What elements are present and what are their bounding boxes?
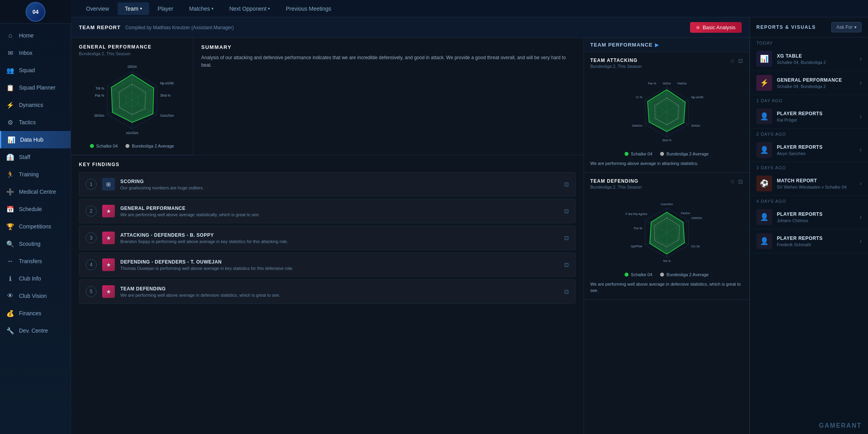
finding-text-2: GENERAL PERFORMANCE We are performing we… (120, 206, 559, 217)
report-arrow[interactable]: › (860, 213, 862, 221)
top-nav-item-matches[interactable]: Matches▾ (182, 2, 221, 15)
finding-expand-1[interactable]: ⊡ (564, 181, 569, 187)
top-nav-item-overview[interactable]: Overview (79, 2, 116, 15)
expand-icon-defending[interactable]: ⊡ (738, 178, 743, 185)
sidebar-item-label: Squad (19, 67, 35, 73)
sidebar-item-dev-centre[interactable]: 🔧 Dev. Centre (0, 322, 71, 339)
report-info: GENERAL PERFORMANCE Schalke 04, Bundesli… (777, 77, 855, 89)
report-arrow[interactable]: › (860, 180, 862, 187)
basic-analysis-button[interactable]: Basic Analysis (690, 22, 742, 33)
top-nav-item-previous-meetings[interactable]: Previous Meetings (279, 2, 338, 15)
team-defending-note: We are performing well above average in … (590, 281, 743, 294)
report-arrow[interactable]: › (860, 55, 862, 62)
sidebar-item-competitions[interactable]: 🏆 Competitions (0, 218, 71, 235)
data-hub-icon: 📊 (7, 136, 15, 144)
sidebar-item-club-vision[interactable]: 👁 Club Vision (0, 287, 71, 305)
sidebar-item-inbox[interactable]: ✉ Inbox (0, 44, 71, 62)
svg-text:Shot %: Shot % (160, 94, 170, 97)
star-icon-attacking[interactable]: ☆ (730, 58, 735, 64)
svg-text:Conc/Gm: Conc/Gm (160, 114, 174, 118)
report-item-match[interactable]: ⚽ MATCH REPORT SV Wehen Wiesbaden v Scha… (750, 172, 868, 196)
panels-row: GENERAL PERFORMANCE Bundesliga 2, This S… (71, 38, 750, 434)
ask-for-button[interactable]: Ask For ▾ (831, 22, 862, 32)
report-arrow[interactable]: › (860, 113, 862, 120)
svg-text:Psn W: Psn W (634, 226, 642, 230)
report-arrow[interactable]: › (860, 79, 862, 86)
finding-expand-2[interactable]: ⊡ (564, 208, 569, 214)
star-icon-defending[interactable]: ☆ (730, 178, 735, 185)
finding-item-4[interactable]: 4 ★ DEFENDING - DEFENDERS - T. OUWEJAN T… (79, 253, 576, 277)
svg-text:Shot %: Shot % (662, 138, 672, 142)
sidebar-item-finances[interactable]: 💰 Finances (0, 305, 71, 322)
team-performance-header: TEAM PERFORMANCE ▶ (584, 38, 749, 52)
team-attacking-section: TEAM ATTACKING Bundesliga 2, This Season… (584, 52, 749, 173)
club-vision-icon: 👁 (6, 292, 14, 300)
report-thumb: ⚡ (756, 75, 772, 91)
top-nav-item-next-opponent[interactable]: Next Opponent▾ (222, 2, 277, 15)
svg-text:Pas %: Pas % (95, 94, 104, 97)
sidebar-item-transfers[interactable]: ↔ Transfers (0, 253, 71, 270)
summary-section: SUMMARY Analysis of our attacking and de… (193, 38, 584, 155)
svg-text:Fls/Gm: Fls/Gm (681, 211, 690, 215)
report-item-player[interactable]: 👤 PLAYER REPORTS Alvyn Sanches › (750, 138, 868, 162)
report-item-general[interactable]: ⚡ GENERAL PERFORMANCE Schalke 04, Bundes… (750, 71, 868, 95)
report-thumb: 👤 (756, 108, 772, 124)
sidebar-item-club-info[interactable]: ℹ Club Info (0, 270, 71, 287)
top-nav-item-player[interactable]: Player (151, 2, 181, 15)
gamerant-logo: GAMERANT (750, 417, 868, 434)
finding-icon-4: ★ (102, 258, 115, 271)
sidebar-item-medical[interactable]: ➕ Medical Centre (0, 183, 71, 200)
finding-number-1: 1 (86, 179, 97, 190)
report-thumb: 👤 (756, 209, 772, 225)
finding-expand-5[interactable]: ⊡ (564, 288, 569, 295)
sidebar-item-scouting[interactable]: 🔍 Scouting (0, 235, 71, 253)
svg-text:Np·xG/90: Np·xG/90 (691, 95, 703, 99)
report-arrow[interactable]: › (860, 238, 862, 245)
report-item-player[interactable]: 👤 PLAYER REPORTS Kai Pröger › (750, 105, 868, 129)
sidebar-item-tactics[interactable]: ⚙ Tactics (0, 114, 71, 131)
sidebar-item-label: Scouting (19, 241, 40, 247)
sidebar-item-label: Competitions (19, 223, 51, 230)
reports-list: Today 📊 XG TABLE Schalke 04, Bundesliga … (750, 37, 868, 417)
sidebar-item-training[interactable]: 🏃 Training (0, 166, 71, 183)
findings-list: 1 ⊞ SCORING Our goalscoring numbers are … (79, 172, 576, 304)
finances-icon: 💰 (6, 309, 14, 317)
report-item-player[interactable]: 👤 PLAYER REPORTS Frederik Schmahl › (750, 229, 868, 253)
sidebar-item-schedule[interactable]: 📅 Schedule (0, 200, 71, 218)
finding-item-2[interactable]: 2 ★ GENERAL PERFORMANCE We are performin… (79, 199, 576, 223)
finding-expand-4[interactable]: ⊡ (564, 262, 569, 268)
report-date-group: 2 days ago (750, 129, 868, 138)
sidebar-nav: ⌂ Home✉ Inbox👥 Squad📋 Squad Planner⚡ Dyn… (0, 24, 71, 434)
sidebar-item-home[interactable]: ⌂ Home (0, 27, 71, 44)
sidebar: 04 ⌂ Home✉ Inbox👥 Squad📋 Squad Planner⚡ … (0, 0, 71, 434)
team-defending-section: TEAM DEFENDING Bundesliga 2, This Season… (584, 173, 749, 300)
expand-icon-attacking[interactable]: ⊡ (738, 58, 743, 64)
svg-marker-10 (111, 75, 153, 123)
sidebar-item-staff[interactable]: 👔 Staff (0, 148, 71, 166)
sidebar-item-dynamics[interactable]: ⚡ Dynamics (0, 96, 71, 114)
svg-text:Tck %: Tck % (95, 87, 104, 90)
report-item-player[interactable]: 👤 PLAYER REPORTS Johann Chirinos › (750, 205, 868, 229)
svg-text:Np·xG/90: Np·xG/90 (160, 82, 174, 85)
top-nav-item-team[interactable]: Team▾ (118, 2, 149, 15)
report-arrow[interactable]: › (860, 146, 862, 153)
sidebar-item-squad-planner[interactable]: 📋 Squad Planner (0, 79, 71, 96)
report-info: PLAYER REPORTS Johann Chirinos (777, 211, 855, 223)
sidebar-item-label: Finances (19, 310, 41, 316)
report-item-xg[interactable]: 📊 XG TABLE Schalke 04, Bundesliga 2 › (750, 47, 868, 71)
sidebar-logo: 04 (0, 0, 71, 24)
finding-expand-3[interactable]: ⊡ (564, 235, 569, 241)
sidebar-item-data-hub[interactable]: 📊 Data Hub (0, 131, 71, 148)
sidebar-item-squad[interactable]: 👥 Squad (0, 62, 71, 79)
team-defending-legend: Schalke 04 Bundesliga 2 Average (590, 272, 743, 277)
finding-item-1[interactable]: 1 ⊞ SCORING Our goalscoring numbers are … (79, 172, 576, 196)
scouting-icon: 🔍 (6, 240, 14, 248)
finding-item-3[interactable]: 3 ★ ATTACKING - DEFENDERS - B. SOPPY Bra… (79, 226, 576, 250)
svg-marker-29 (647, 90, 685, 131)
svg-text:xGA/Gm: xGA/Gm (126, 131, 138, 135)
finding-text-4: DEFENDING - DEFENDERS - T. OUWEJAN Thoma… (120, 259, 559, 271)
finding-item-5[interactable]: 5 ★ TEAM DEFENDING We are performing wel… (79, 279, 576, 304)
report-compiled: Compiled by Matthias Kreutzer (Assistant… (125, 25, 234, 30)
finding-icon-5: ★ (102, 285, 115, 298)
report-title-group: TEAM REPORT Compiled by Matthias Kreutze… (79, 24, 234, 30)
